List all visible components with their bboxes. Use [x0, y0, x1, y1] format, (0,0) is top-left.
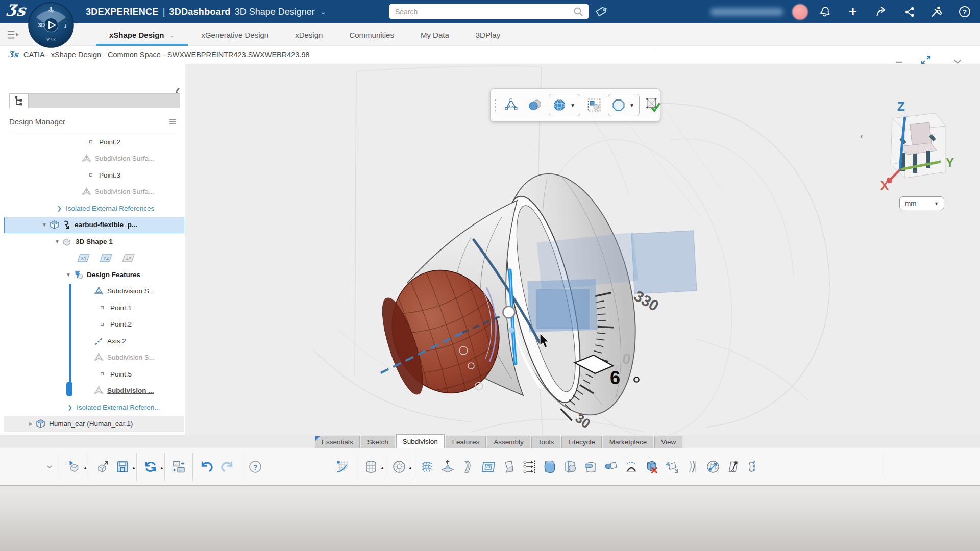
dropdown-arrow-icon[interactable]: ▴ — [133, 465, 135, 470]
flip-button[interactable] — [662, 455, 682, 479]
panel-menu-icon[interactable] — [167, 116, 178, 127]
search-icon[interactable] — [573, 6, 584, 17]
brand-3ddashboard[interactable]: 3DDashboard — [169, 7, 230, 17]
fill-surface-button[interactable] — [540, 455, 560, 479]
transfer-button[interactable] — [168, 455, 189, 479]
weld-button[interactable] — [580, 455, 601, 479]
tree-item-earbud-flexible-p[interactable]: ▼earbud-flexible_p... — [4, 217, 184, 234]
plane-arrow-button[interactable] — [723, 455, 744, 479]
tree-item-axis-2[interactable]: Axis.2 — [4, 333, 184, 349]
person-icon[interactable] — [930, 5, 943, 18]
undo-button[interactable] — [197, 455, 217, 479]
user-name-redacted[interactable] — [710, 8, 783, 16]
tree-item-subdivision-surfa[interactable]: Subdivision Surfa... — [4, 184, 184, 201]
workbench-tab-assembly[interactable]: Assembly — [487, 436, 530, 448]
plane-zx-icon[interactable]: ZX — [121, 252, 137, 264]
history-slider-handle[interactable] — [66, 382, 72, 396]
workbench-tab-lifecycle[interactable]: Lifecycle — [561, 436, 602, 448]
select-elements-button[interactable] — [584, 94, 604, 116]
delete-face-button[interactable] — [642, 455, 662, 479]
dropdown-arrow-icon[interactable]: ▴ — [409, 465, 411, 470]
tree-item-isolated-external-references[interactable]: ❯Isolated External References — [4, 200, 184, 217]
tree-item-design-features[interactable]: ▼Design Features — [4, 266, 184, 283]
expander-chev-icon[interactable]: ❯ — [66, 404, 74, 411]
plus-icon[interactable]: + — [846, 5, 860, 18]
network-icon[interactable] — [903, 5, 916, 18]
tree-item-point-2[interactable]: Point.2 — [4, 316, 184, 333]
new-shape-button[interactable]: ▴ — [64, 455, 84, 479]
ok-check-button[interactable] — [643, 94, 664, 116]
nav-tab-xshape-design[interactable]: xShape Design⌄ — [96, 23, 188, 46]
search-box[interactable] — [389, 4, 589, 19]
arch-button[interactable] — [621, 455, 642, 479]
join-button[interactable] — [601, 455, 621, 479]
dropdown-arrow-icon[interactable]: ▴ — [381, 465, 383, 470]
help-icon[interactable]: ? — [958, 5, 971, 18]
share-icon[interactable] — [875, 5, 888, 18]
distribute-button[interactable] — [519, 455, 540, 479]
mesh-button[interactable] — [417, 455, 437, 479]
trim-button[interactable] — [560, 455, 580, 479]
workbench-tab-subdivision[interactable]: Subdivision — [396, 434, 445, 448]
search-input[interactable] — [394, 7, 573, 16]
manipulator-handle[interactable] — [503, 307, 515, 318]
expander-down-icon[interactable]: ▼ — [64, 272, 72, 278]
manipulator-minor-point[interactable] — [509, 328, 514, 333]
prism-button[interactable] — [499, 455, 519, 479]
expander-right-icon[interactable]: ▶ — [27, 421, 35, 427]
view-compass[interactable]: Z Y X — [869, 95, 959, 190]
push-spheres-button[interactable] — [525, 94, 545, 116]
workbench-tab-sketch[interactable]: Sketch — [361, 436, 395, 448]
box-primitive-button[interactable]: ▴ — [361, 455, 381, 479]
plane-yz-icon[interactable]: YZ — [99, 252, 114, 264]
dropdown-arrow-icon[interactable]: ▼ — [570, 103, 575, 108]
tree-collapse-arrow-icon[interactable]: ‹ — [860, 131, 863, 141]
tree-item-point-3[interactable]: Point.3 — [4, 167, 184, 184]
tree-item-subdivision-surfa[interactable]: Subdivision Surfa... — [4, 151, 184, 167]
tree-item-subdivision-s[interactable]: Subdivision S... — [4, 283, 184, 300]
sphere-globe-button[interactable]: ▼ — [549, 94, 580, 116]
tag-icon[interactable] — [594, 5, 607, 18]
frame-button[interactable] — [478, 455, 499, 479]
grid-spark-button[interactable] — [333, 455, 353, 479]
nav-tab-xdesign[interactable]: xDesign — [282, 23, 336, 46]
3dexperience-compass[interactable]: 3D i V+R — [28, 2, 75, 48]
torus-primitive-button[interactable]: ▴ — [389, 455, 409, 479]
bell-icon[interactable] — [818, 5, 831, 18]
app-title-chevron-icon[interactable]: ⌄ — [320, 7, 327, 16]
expander-down-icon[interactable]: ▼ — [53, 239, 61, 244]
open-shape-button[interactable] — [92, 455, 112, 479]
save-button[interactable]: ▴ — [112, 455, 133, 479]
expander-chev-icon[interactable]: ❯ — [55, 205, 63, 212]
dropdown-arrow-icon[interactable]: ▴ — [161, 465, 163, 470]
tree-item-subdivision[interactable]: Subdivision ... — [4, 383, 184, 399]
workbench-tab-view[interactable]: View — [654, 436, 682, 448]
workbench-tab-marketplace[interactable]: Marketplace — [603, 436, 654, 448]
help-button[interactable]: ? — [245, 455, 265, 479]
tree-item-isolated-external-referen[interactable]: ❯Isolated External Referen... — [4, 399, 184, 416]
tree-item-human-ear-human-ear-1[interactable]: ▶Human_ear (Human_ear.1) — [4, 416, 184, 433]
dropdown-arrow-icon[interactable]: ▴ — [84, 465, 86, 470]
tree-item-point-5[interactable]: Point.5 — [4, 366, 184, 383]
nav-tab-3dplay[interactable]: 3DPlay — [462, 23, 513, 46]
tree-item-subdivision-s[interactable]: Subdivision S... — [4, 349, 184, 366]
redo-button[interactable] — [217, 455, 237, 479]
tree-view-tab[interactable] — [9, 93, 29, 108]
dropdown-arrow-icon[interactable]: ▼ — [629, 103, 634, 108]
plane-xy-icon[interactable]: XY — [77, 252, 92, 264]
workbench-tab-features[interactable]: Features — [446, 436, 486, 448]
avatar[interactable] — [792, 4, 808, 20]
tree-item-3d-shape-1[interactable]: ▼3D Shape 1 — [4, 233, 184, 250]
nav-tab-xgenerative-design[interactable]: xGenerative Design — [188, 23, 282, 46]
measure-sphere-button[interactable] — [703, 455, 723, 479]
mirror-button[interactable] — [744, 455, 764, 479]
tree-item-reference-planes[interactable]: XYYZZX — [4, 250, 184, 267]
bend-button[interactable] — [458, 455, 478, 479]
curve-button[interactable] — [682, 455, 703, 479]
nav-tab-my-data[interactable]: My Data — [407, 23, 462, 46]
units-dropdown[interactable]: mm ▼ — [899, 196, 944, 210]
viewport-3d[interactable]: 330 0 30 6 — [185, 64, 980, 435]
menu-hamburger-icon[interactable] — [6, 28, 20, 41]
nav-tab-communities[interactable]: Communities — [336, 23, 407, 46]
workbench-tab-essentials[interactable]: Essentials — [315, 436, 360, 448]
